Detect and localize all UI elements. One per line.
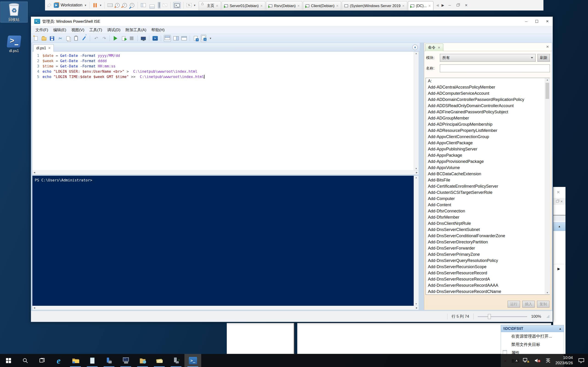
snapshot-manager-button[interactable]	[129, 2, 135, 9]
console-pane[interactable]: PS C:\Users\Administrator>	[32, 176, 414, 306]
workstation-menu[interactable]: Workstation	[61, 3, 82, 8]
show-script-pane-right-button[interactable]	[173, 35, 179, 42]
open-script-button[interactable]	[41, 35, 47, 42]
desktop-icon-dl-ps1[interactable]: dl.ps1	[1, 35, 27, 53]
console-horizontal-scrollbar[interactable]: ◀▶	[32, 306, 419, 310]
commands-scrollbar[interactable]: ▲ ▼	[545, 78, 550, 294]
scroll-right-icon[interactable]: ▶	[416, 171, 418, 174]
command-item[interactable]: Add-DnsClientNrptRule	[426, 220, 549, 227]
command-item[interactable]: Add-AppxProvisionedPackage	[426, 158, 549, 165]
close-tab-icon[interactable]: ✕	[428, 4, 431, 8]
management-console-button[interactable]	[117, 354, 134, 367]
scroll-right-icon[interactable]: ▶	[416, 307, 418, 309]
new-remote-powershell-tab-button[interactable]	[140, 35, 146, 42]
scroll-down-icon[interactable]: ▼	[415, 303, 417, 305]
command-item[interactable]: A:	[426, 78, 549, 84]
dfs-panel-header[interactable]: \\DC\DFS\IT ▲	[501, 325, 564, 332]
vm-tab[interactable]: 主页 ✕	[199, 1, 221, 10]
task-view-button[interactable]	[34, 354, 50, 367]
new-script-button[interactable]	[33, 35, 39, 42]
command-item[interactable]: Add-DnsServerResourceRecordCName	[426, 289, 549, 295]
show-thumbnail-bar-button[interactable]	[148, 2, 156, 9]
notepad-button[interactable]	[84, 354, 101, 367]
editor-horizontal-scrollbar[interactable]: ◀▶	[32, 170, 419, 175]
console-vertical-scrollbar[interactable]: ▲▼	[414, 176, 419, 306]
tab-scroll-right-icon[interactable]: ▶	[441, 3, 444, 7]
menu-item[interactable]: 帮助(H)	[149, 27, 167, 33]
ime-indicator[interactable]: 英	[546, 357, 550, 364]
title-bar[interactable]: >_ 管理员: Windows PowerShell ISE ─ ✕	[31, 17, 553, 26]
menu-item[interactable]: 编辑(E)	[51, 27, 69, 33]
command-item[interactable]: Add-ADCentralAccessPolicyMember	[426, 84, 549, 90]
close-tab-icon[interactable]: ✕	[336, 4, 338, 8]
show-library-button[interactable]	[140, 2, 146, 9]
revert-snapshot-button[interactable]	[122, 2, 128, 9]
vm-tab[interactable]: Rsrv(Debian) ✕	[266, 1, 302, 10]
volume-muted-icon[interactable]	[534, 358, 541, 363]
command-item[interactable]: Add-DnsServerPrimaryZone	[426, 251, 549, 258]
server-tools-button[interactable]: +	[168, 354, 184, 367]
save-button[interactable]	[49, 35, 55, 42]
minimize-button[interactable]: ─	[521, 17, 531, 26]
mdi-window-controls[interactable]: ✕	[553, 198, 565, 205]
scroll-up-icon[interactable]: ▲	[546, 79, 548, 81]
command-item[interactable]: Add-DnsServerDirectoryPartition	[426, 239, 549, 245]
scroll-left-icon[interactable]: ◀	[34, 171, 35, 174]
module-dropdown[interactable]: 所有	[440, 54, 536, 62]
network-folder-button[interactable]	[134, 354, 151, 367]
file-explorer-button[interactable]	[67, 354, 84, 367]
close-button[interactable]: ✕	[542, 17, 553, 26]
command-item[interactable]: Add-DnsServerForwarder	[426, 245, 549, 251]
vm-tab[interactable]: Client(Debian) ✕	[303, 1, 341, 10]
close-icon[interactable]: ✕	[556, 190, 560, 195]
console-view-button[interactable]: >_	[173, 2, 181, 8]
clock[interactable]: 10:04 2023/6/26	[555, 355, 573, 366]
command-item[interactable]: Add-ADResourcePropertyListMember	[426, 127, 549, 134]
editor-vertical-scrollbar[interactable]: ▲▼	[414, 52, 419, 170]
maximize-button[interactable]	[531, 17, 542, 26]
scroll-down-icon[interactable]: ▼	[415, 167, 417, 170]
fit-dropdown-icon[interactable]: ▼	[193, 4, 196, 7]
take-snapshot-button[interactable]	[114, 2, 120, 9]
clear-console-button[interactable]	[81, 35, 87, 42]
refresh-button[interactable]: 刷新	[537, 54, 550, 62]
command-item[interactable]: Add-DnsServerConditionalForwarderZone	[426, 233, 549, 239]
pin-toolbar-icon[interactable]	[46, 2, 52, 9]
command-item[interactable]: Add-ClusteriSCSITargetServerRole	[426, 190, 549, 196]
vm-tab[interactable]: (System)Windows Server 2019 ✕	[342, 1, 407, 10]
pause-dropdown-icon[interactable]: ▼	[99, 4, 102, 7]
mail-folder-button[interactable]	[151, 354, 168, 367]
start-powershell-button[interactable]: >	[152, 35, 158, 42]
dfs-action-disable-folder-target[interactable]: 禁用文件夹目标	[501, 340, 564, 349]
command-item[interactable]: Add-BCDataCacheExtension	[426, 171, 549, 177]
command-item[interactable]: Add-DnsServerRecursionScope	[426, 264, 549, 270]
close-button[interactable]: ✕	[463, 3, 470, 7]
action-center-icon[interactable]	[578, 358, 585, 364]
menu-item[interactable]: 视图(V)	[69, 27, 87, 33]
close-tab-icon[interactable]: ✕	[216, 4, 218, 8]
run-script-button[interactable]	[112, 35, 119, 42]
minimize-button[interactable]: ─	[446, 3, 453, 7]
tray-expand-icon[interactable]: ∧	[515, 359, 518, 362]
internet-explorer-button[interactable]: e	[50, 354, 67, 367]
search-button[interactable]	[17, 354, 34, 367]
command-item[interactable]: Add-DnsServerResourceRecord	[426, 270, 549, 276]
command-item[interactable]: Add-CertificateEnrollmentPolicyServer	[426, 183, 549, 190]
powershell-taskbar-button[interactable]: >_	[184, 354, 201, 367]
fullscreen-button[interactable]	[158, 2, 161, 8]
copy-button[interactable]	[65, 35, 71, 42]
expand-right-icon[interactable]: ▶	[557, 267, 560, 271]
scroll-left-icon[interactable]: ◀	[34, 307, 35, 309]
close-icon[interactable]: ✕	[561, 200, 563, 203]
command-item[interactable]: Add-ADDSReadOnlyDomainControllerAccount	[426, 103, 549, 109]
command-item[interactable]: Add-ADGroupMember	[426, 115, 549, 121]
network-warning-icon[interactable]: !	[523, 358, 529, 363]
close-commands-tab-icon[interactable]: ✕	[438, 46, 440, 49]
menu-item[interactable]: 工具(T)	[87, 27, 105, 33]
run-selection-button[interactable]	[121, 35, 127, 42]
vm-tab[interactable]: (DC)... ✕	[408, 1, 433, 10]
cut-button[interactable]: ✂	[57, 35, 63, 42]
restore-icon[interactable]	[556, 200, 559, 202]
panel-header-strip[interactable]: ▲	[553, 222, 565, 231]
send-ctrl-alt-del-button[interactable]	[107, 2, 113, 9]
